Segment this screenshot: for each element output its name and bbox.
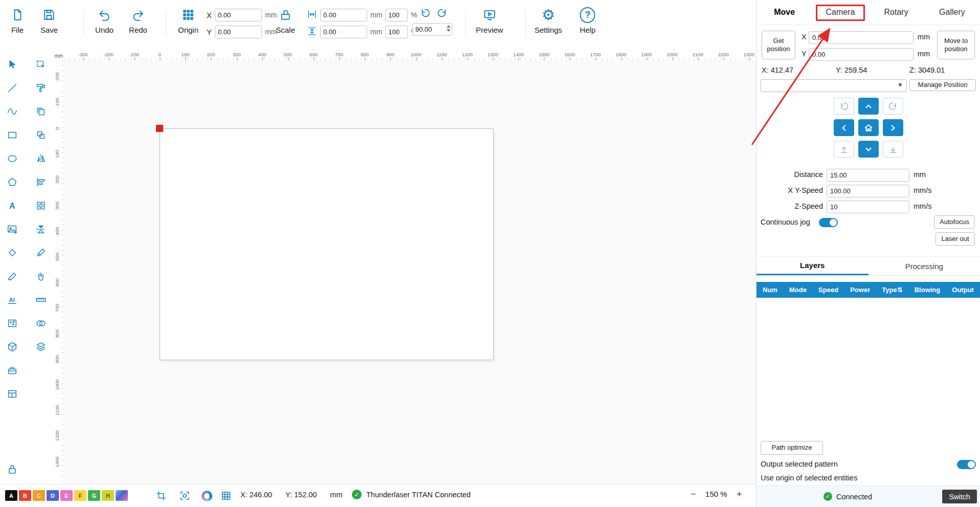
hand-tool[interactable] — [34, 270, 48, 282]
tab-rotary[interactable]: Rotary — [868, 0, 924, 25]
path-optimize-button[interactable]: Path optimize — [761, 441, 823, 455]
jog-down-button[interactable] — [858, 141, 879, 158]
move-to-position-button[interactable]: Move to position — [937, 31, 975, 59]
output-selected-toggle[interactable] — [957, 460, 976, 469]
color-swatch[interactable]: C — [33, 490, 45, 501]
tool-column-2 — [34, 58, 48, 353]
origin-button[interactable]: Origin — [178, 7, 198, 34]
color-swatch[interactable]: H — [102, 490, 114, 501]
color-swatch[interactable]: A — [5, 490, 17, 501]
image-tool[interactable] — [5, 223, 19, 235]
width-percent-input[interactable] — [385, 9, 408, 21]
switch-button[interactable]: Switch — [942, 490, 977, 503]
help-button[interactable]: ? Help — [580, 7, 596, 34]
jog-z-down-button[interactable] — [883, 141, 903, 158]
ellipse-tool[interactable] — [5, 152, 19, 165]
autofocus-button[interactable]: Autofocus — [934, 215, 975, 229]
continuous-jog-toggle[interactable] — [819, 218, 838, 227]
mirror-vertical-tool[interactable] — [34, 223, 48, 235]
copy-tool[interactable] — [34, 105, 48, 118]
cube-tool[interactable] — [5, 341, 19, 353]
zoom-in-button[interactable]: + — [737, 489, 742, 499]
file-button[interactable]: File — [10, 7, 25, 34]
x-position-input[interactable] — [215, 9, 262, 21]
settings-button[interactable]: ⚙ Settings — [534, 7, 562, 34]
zoom-control: − 150 % + — [691, 489, 742, 499]
text-tool[interactable]: A — [5, 200, 19, 212]
move-y-input[interactable] — [809, 48, 914, 61]
column-type[interactable]: Type⇅ — [882, 286, 902, 294]
rectangle-tool[interactable] — [5, 129, 19, 141]
tab-camera[interactable]: Camera — [812, 0, 868, 25]
jog-rotate-ccw-button[interactable] — [834, 98, 854, 115]
tab-layers[interactable]: Layers — [756, 257, 868, 275]
tab-move[interactable]: Move — [756, 0, 812, 25]
layers-tool[interactable] — [34, 341, 48, 353]
refresh-swirl-icon[interactable] — [201, 490, 213, 502]
jog-up-button[interactable] — [858, 98, 879, 115]
jog-rotate-cw-button[interactable] — [883, 98, 903, 115]
move-x-label: X — [801, 33, 807, 41]
array-tool[interactable] — [34, 200, 48, 212]
position-preset-dropdown[interactable]: ▼ — [761, 79, 907, 92]
fill-roller-tool[interactable] — [34, 82, 48, 94]
lock-icon[interactable] — [5, 463, 19, 475]
frame-icon[interactable] — [155, 490, 167, 502]
layers-table-body[interactable] — [756, 298, 980, 440]
weld-tool[interactable] — [34, 317, 48, 329]
curve-tool[interactable] — [5, 105, 19, 118]
laser-out-button[interactable]: Laser out — [936, 232, 975, 246]
grid-icon[interactable] — [220, 490, 232, 502]
select-tool[interactable] — [5, 58, 19, 71]
rotate-ccw-icon[interactable] — [419, 8, 431, 20]
redo-button[interactable]: Redo — [129, 7, 147, 34]
top-toolbar: File Save Undo Redo — [0, 0, 756, 52]
jog-left-button[interactable] — [834, 119, 854, 136]
tab-gallery[interactable]: Gallery — [924, 0, 980, 25]
color-swatch[interactable]: G — [88, 490, 100, 501]
scale-lock-button[interactable]: Scale — [276, 7, 295, 34]
color-swatch[interactable]: B — [19, 490, 31, 501]
ai-text-tool[interactable]: AI — [5, 294, 19, 306]
jog-z-up-button[interactable] — [834, 141, 854, 158]
rotate-cw-icon[interactable] — [437, 8, 448, 20]
manage-position-button[interactable]: Manage Position — [909, 79, 976, 91]
color-swatch[interactable]: E — [60, 490, 73, 501]
mirror-horizontal-tool[interactable] — [34, 152, 48, 165]
line-tool[interactable] — [5, 82, 19, 94]
eraser-tool[interactable] — [5, 247, 19, 259]
color-swatch[interactable] — [116, 490, 128, 501]
scan-icon[interactable] — [179, 490, 191, 502]
polygon-tool[interactable] — [5, 176, 19, 188]
jog-right-button[interactable] — [883, 119, 903, 136]
color-swatch[interactable]: D — [47, 490, 59, 501]
tab-processing[interactable]: Processing — [868, 257, 980, 275]
zoom-out-button[interactable]: − — [691, 489, 696, 499]
duplicate-tool[interactable] — [34, 129, 48, 141]
z-speed-input[interactable] — [827, 201, 909, 213]
color-swatch[interactable]: F — [74, 490, 86, 501]
undo-button[interactable]: Undo — [95, 7, 114, 34]
distance-input[interactable] — [827, 169, 909, 182]
save-button[interactable]: Save — [40, 7, 58, 34]
angle-spinner[interactable] — [447, 25, 451, 32]
get-position-button[interactable]: Get position — [762, 31, 795, 59]
height-percent-input[interactable] — [385, 26, 408, 38]
pen-tool[interactable] — [34, 247, 48, 259]
table-tool[interactable] — [5, 388, 19, 400]
width-input[interactable] — [320, 9, 367, 21]
knife-tool[interactable] — [5, 270, 19, 282]
toolbox-tool[interactable] — [5, 364, 19, 377]
bitmap-tool[interactable] — [5, 317, 19, 329]
ruler-tool[interactable] — [34, 294, 48, 306]
move-x-input[interactable] — [809, 31, 914, 44]
align-tool[interactable] — [34, 176, 48, 188]
node-select-tool[interactable] — [34, 58, 48, 71]
y-position-input[interactable] — [215, 26, 262, 38]
workspace-area[interactable] — [160, 128, 494, 360]
xy-speed-input[interactable] — [827, 185, 909, 197]
height-input[interactable] — [320, 26, 367, 38]
preview-button[interactable]: Preview — [476, 7, 503, 34]
jog-home-button[interactable] — [858, 119, 879, 136]
canvas[interactable] — [64, 60, 756, 484]
